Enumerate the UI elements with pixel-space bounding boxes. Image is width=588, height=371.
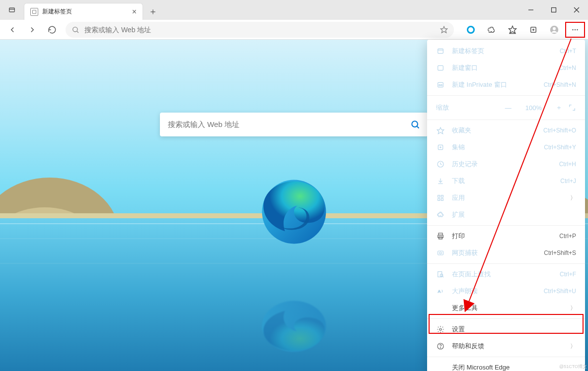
tab-title: 新建标签页 <box>42 7 72 16</box>
svg-rect-39 <box>441 198 443 200</box>
help-icon <box>436 342 445 351</box>
menu-downloads[interactable]: 下载 Ctrl+J <box>427 173 585 189</box>
svg-point-46 <box>440 274 442 276</box>
chevron-right-icon: 〉 <box>570 304 576 312</box>
browser-tab[interactable]: 新建标签页 × <box>24 3 143 20</box>
annotation-box-settings <box>429 314 584 334</box>
svg-point-51 <box>440 348 441 348</box>
svg-rect-23 <box>438 49 443 53</box>
menu-new-tab[interactable]: 新建标签页 Ctrl+T <box>427 43 585 60</box>
svg-line-47 <box>442 276 443 277</box>
svg-rect-38 <box>438 198 440 200</box>
address-input[interactable] <box>84 26 437 34</box>
read-aloud-icon: A <box>436 287 445 296</box>
svg-line-20 <box>417 126 419 128</box>
find-icon <box>436 270 445 279</box>
toolbar <box>0 20 588 40</box>
forward-button[interactable] <box>23 22 42 38</box>
minimize-button[interactable] <box>519 0 542 20</box>
menu-new-inprivate[interactable]: 新建 InPrivate 窗口 Ctrl+Shift+N <box>427 76 585 93</box>
titlebar: 新建标签页 × ＋ <box>0 0 588 20</box>
svg-rect-43 <box>438 251 443 255</box>
extensions-icon <box>436 210 445 219</box>
zoom-out-button[interactable]: — <box>505 104 512 112</box>
apps-icon <box>436 193 445 202</box>
zoom-value: 100% <box>525 104 542 112</box>
svg-point-44 <box>440 252 441 254</box>
tab-favicon <box>30 8 38 16</box>
favorite-star-icon[interactable] <box>440 26 448 34</box>
download-icon <box>436 177 445 186</box>
menu-read-aloud[interactable]: A 大声朗读 Ctrl+Shift+U <box>427 283 585 300</box>
svg-text:A: A <box>438 289 441 294</box>
favorites-button[interactable] <box>503 22 522 38</box>
svg-point-27 <box>439 84 441 86</box>
menu-print[interactable]: 打印 Ctrl+P <box>427 228 585 245</box>
window-controls <box>519 0 588 20</box>
fullscreen-icon[interactable] <box>568 104 576 112</box>
svg-point-15 <box>553 27 556 30</box>
menu-favorites[interactable]: 收藏夹 Ctrl+Shift+O <box>427 122 585 139</box>
svg-rect-40 <box>439 233 442 235</box>
menu-new-window[interactable]: 新建窗口 Ctrl+N <box>427 60 585 76</box>
inprivate-icon <box>436 80 445 89</box>
svg-marker-29 <box>437 127 443 134</box>
refresh-button[interactable] <box>43 22 62 38</box>
svg-rect-0 <box>9 8 15 12</box>
watermark: @51CTO博文 <box>559 364 587 370</box>
maximize-button[interactable] <box>542 0 565 20</box>
menu-apps[interactable]: 应用 〉 <box>427 189 585 206</box>
history-icon <box>436 160 445 169</box>
search-icon <box>72 26 79 34</box>
zoom-in-button[interactable]: ＋ <box>556 103 562 112</box>
bing-icon <box>467 26 475 34</box>
svg-line-7 <box>77 31 78 33</box>
ntp-search-input[interactable] <box>168 120 410 128</box>
star-icon <box>436 126 445 135</box>
menu-collections[interactable]: 集锦 Ctrl+Shift+Y <box>427 139 585 156</box>
menu-find[interactable]: 在页面上查找 Ctrl+F <box>427 266 585 283</box>
collections-icon <box>436 143 445 152</box>
svg-rect-25 <box>438 65 443 70</box>
profile-button[interactable] <box>544 22 564 38</box>
tab-actions-button[interactable] <box>0 0 24 20</box>
svg-marker-8 <box>441 26 447 33</box>
chevron-right-icon: 〉 <box>570 194 576 202</box>
menu-history[interactable]: 历史记录 Ctrl+H <box>427 156 585 173</box>
collections-button[interactable] <box>523 22 543 38</box>
back-button[interactable] <box>3 22 22 38</box>
edge-logo-reflection <box>259 299 329 354</box>
menu-extensions[interactable]: 扩展 <box>427 206 585 223</box>
svg-rect-36 <box>438 195 440 197</box>
menu-help[interactable]: 帮助和反馈 〉 <box>427 338 585 355</box>
ntp-search-box[interactable] <box>160 113 428 136</box>
menu-zoom[interactable]: 缩放 — 100% ＋ <box>427 98 585 118</box>
search-icon[interactable] <box>410 120 420 129</box>
svg-marker-9 <box>509 26 516 33</box>
edge-logo <box>259 177 329 247</box>
capture-icon <box>436 248 445 257</box>
annotation-box-menu <box>565 22 585 38</box>
svg-rect-3 <box>552 8 556 12</box>
svg-rect-37 <box>441 195 443 197</box>
bing-button[interactable] <box>461 22 481 38</box>
newtab-icon <box>436 47 445 56</box>
window-icon <box>436 63 445 72</box>
svg-point-19 <box>412 121 418 127</box>
chevron-right-icon: 〉 <box>570 342 576 351</box>
new-tab-button[interactable]: ＋ <box>143 3 163 20</box>
svg-point-6 <box>73 27 77 31</box>
extensions-button[interactable] <box>482 22 502 38</box>
print-icon <box>436 232 445 241</box>
svg-point-28 <box>441 84 442 86</box>
close-window-button[interactable] <box>565 0 588 20</box>
address-bar[interactable] <box>66 22 454 38</box>
close-tab-icon[interactable]: × <box>132 8 137 16</box>
menu-webcapture[interactable]: 网页捕获 Ctrl+Shift+S <box>427 245 585 261</box>
